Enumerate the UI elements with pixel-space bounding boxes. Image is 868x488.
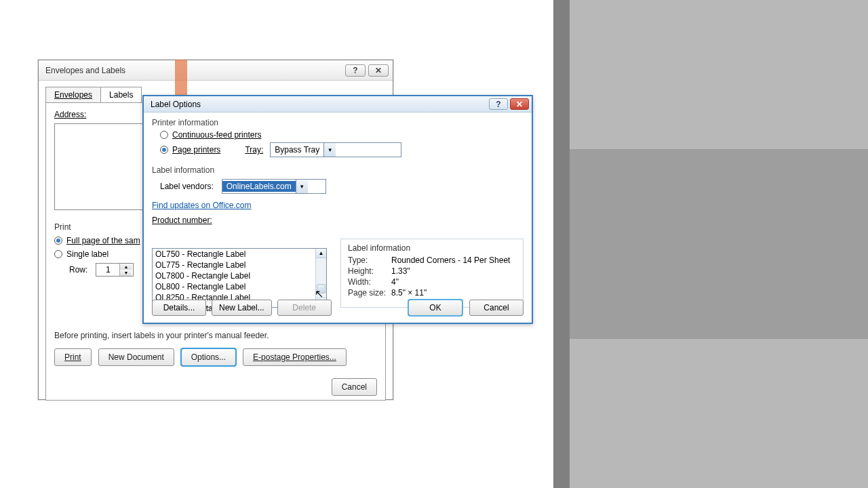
dialog-title: Label Options — [151, 100, 201, 109]
chevron-down-icon: ▼ — [296, 180, 308, 193]
close-button[interactable]: ✕ — [510, 98, 529, 110]
radio-icon — [54, 250, 62, 258]
opt-single-text: Single label — [66, 249, 108, 259]
tray-value: Bypass Tray — [271, 145, 323, 155]
close-icon: ✕ — [516, 100, 523, 109]
row-spinner[interactable]: ▲▼ — [96, 263, 134, 277]
tray-label: Tray: — [245, 145, 263, 155]
epostage-button[interactable]: E-postage Properties... — [243, 348, 347, 366]
info-panel-title: Label information — [348, 243, 516, 253]
scroll-track[interactable] — [316, 258, 326, 298]
height-key: Height: — [348, 266, 391, 276]
label-info-panel: Label information Type:Rounded Corners -… — [340, 239, 524, 308]
pagesize-key: Page size: — [348, 288, 391, 298]
help-button[interactable]: ? — [489, 98, 508, 110]
pagesize-value: 8.5" × 11" — [391, 288, 427, 298]
help-button[interactable]: ? — [345, 64, 366, 77]
opt-continuous-printers[interactable]: Continuous-feed printers — [160, 130, 524, 140]
scroll-up-icon[interactable]: ▲ — [316, 249, 326, 258]
close-button[interactable]: ✕ — [368, 64, 389, 77]
opt-page-label: Page printers — [172, 145, 220, 155]
height-value: 1.33" — [391, 266, 410, 276]
vendors-combobox[interactable]: OnlineLabels.com ▼ — [222, 179, 326, 194]
label-info-heading: Label information — [152, 165, 524, 175]
type-key: Type: — [348, 256, 391, 265]
new-label-button[interactable]: New Label... — [212, 300, 272, 316]
dialog-titlebar[interactable]: Label Options ? ✕ — [144, 96, 532, 113]
tab-envelopes[interactable]: Envelopes — [45, 87, 101, 103]
gray-bg-mid — [570, 149, 868, 339]
feeder-hint: Before printing, insert labels in your p… — [54, 331, 269, 340]
dialog-title: Envelopes and Labels — [45, 66, 125, 75]
list-item[interactable]: OL775 - Rectangle Label — [153, 260, 315, 270]
list-item[interactable]: OL750 - Rectangle Label — [153, 249, 315, 260]
listbox-scrollbar[interactable]: ▲ ▼ — [315, 249, 326, 307]
scroll-thumb[interactable] — [317, 284, 326, 293]
gray-sep — [553, 0, 570, 488]
width-key: Width: — [348, 277, 391, 287]
list-item[interactable]: OL7800 - Rectangle Label — [153, 270, 315, 281]
label-options-dialog: Label Options ? ✕ Printer information Co… — [142, 95, 533, 324]
product-listbox[interactable]: OL750 - Rectangle Label OL775 - Rectangl… — [152, 248, 327, 308]
printer-info-heading: Printer information — [152, 118, 524, 127]
delete-button: Delete — [277, 300, 332, 316]
tab-labels[interactable]: Labels — [100, 87, 142, 103]
spin-buttons[interactable]: ▲▼ — [119, 264, 132, 276]
type-value: Rounded Corners - 14 Per Sheet — [391, 256, 510, 265]
opt-continuous-label: Continuous-feed printers — [172, 130, 261, 140]
opt-page-printers[interactable]: Page printers Tray: Bypass Tray ▼ — [160, 142, 524, 157]
help-icon: ? — [353, 66, 357, 75]
chevron-down-icon: ▼ — [323, 143, 336, 157]
dialog-body: Printer information Continuous-feed prin… — [144, 113, 532, 323]
vendors-value: OnlineLabels.com — [222, 181, 296, 192]
dialog-titlebar[interactable]: Envelopes and Labels ? ✕ — [39, 60, 393, 81]
list-item[interactable]: OL800 - Rectangle Label — [153, 281, 315, 292]
opt-full-label: Full page of the sam — [66, 236, 140, 245]
new-document-button[interactable]: New Document — [98, 348, 174, 366]
width-value: 4" — [391, 277, 399, 287]
office-updates-link[interactable]: Find updates on Office.com — [152, 201, 252, 210]
product-number-label: Product number: — [152, 216, 524, 225]
options-button[interactable]: Options... — [181, 348, 236, 366]
row-input[interactable] — [96, 264, 119, 275]
cancel-button[interactable]: Cancel — [469, 300, 524, 316]
address-textarea[interactable] — [54, 123, 148, 210]
print-button[interactable]: Print — [54, 348, 92, 366]
row-label: Row: — [69, 265, 87, 274]
cancel-button[interactable]: Cancel — [332, 378, 377, 396]
vendors-label: Label vendors: — [160, 182, 214, 191]
tray-combobox[interactable]: Bypass Tray ▼ — [270, 142, 401, 157]
close-icon: ✕ — [375, 66, 382, 75]
help-icon: ? — [496, 100, 500, 109]
ok-button[interactable]: OK — [408, 300, 462, 316]
radio-icon — [160, 131, 168, 139]
details-button[interactable]: Details... — [152, 300, 206, 316]
radio-icon — [160, 146, 168, 154]
radio-icon — [54, 237, 62, 245]
